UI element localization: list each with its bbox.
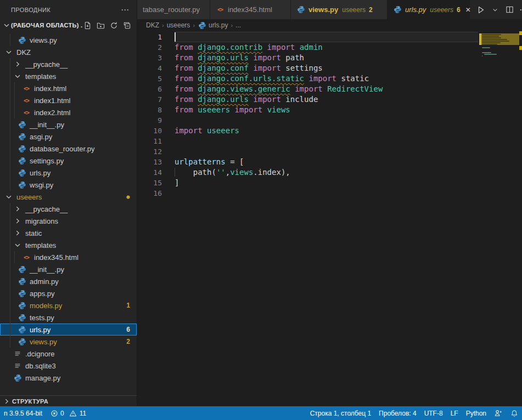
- code-line[interactable]: 15]: [137, 178, 522, 188]
- breadcrumb-item[interactable]: urls.py: [198, 21, 228, 30]
- outline-section-header[interactable]: СТРУКТУРА: [0, 395, 137, 406]
- code-line[interactable]: 16: [137, 188, 522, 198]
- tree-item-views-py[interactable]: views.py: [0, 34, 137, 46]
- code-editor[interactable]: 12from django.contrib import admin3from …: [137, 31, 522, 406]
- split-editor-button-icon[interactable]: [505, 5, 514, 14]
- line-number: 16: [137, 188, 162, 198]
- code-line[interactable]: 11: [137, 136, 522, 146]
- minimap-line: [482, 36, 499, 37]
- tree-item-views-py[interactable]: views.py2: [0, 336, 137, 348]
- tree-item-asgi-py[interactable]: asgi.py: [0, 130, 137, 143]
- line-number: 12: [137, 146, 162, 157]
- tree-item-templates[interactable]: templates: [0, 239, 137, 251]
- tree-item-label: __init__.py: [30, 265, 64, 274]
- status-encoding[interactable]: UTF-8: [420, 406, 447, 420]
- tree-item-label: static: [25, 229, 42, 237]
- python-file-icon: [198, 21, 206, 30]
- code-line[interactable]: 9: [137, 115, 522, 126]
- ruler-warning-tick: [519, 31, 522, 35]
- code-line[interactable]: 1: [137, 32, 522, 42]
- tree-item-templates[interactable]: templates: [0, 70, 137, 82]
- new-file-icon[interactable]: [83, 21, 92, 30]
- breadcrumb-item[interactable]: ...: [235, 21, 241, 29]
- editor-group: tabase_roouter.py<>index345.htmlviews.py…: [137, 0, 522, 406]
- status-problems[interactable]: 011: [46, 406, 90, 420]
- new-folder-icon[interactable]: [96, 21, 105, 30]
- code-line[interactable]: 3from django.urls import path: [137, 53, 522, 63]
- tree-item-wsgi-py[interactable]: wsgi.py: [0, 179, 137, 191]
- status-feedback[interactable]: [490, 406, 506, 420]
- tree-item-migrations[interactable]: migrations: [0, 215, 137, 227]
- tree-item--pycache-[interactable]: __pycache__: [0, 58, 137, 70]
- status-cursor-position-label: Строка 1, столбец 1: [310, 410, 371, 417]
- status-python-interpreter[interactable]: n 3.9.5 64-bit: [0, 406, 46, 420]
- code-line[interactable]: 5from django.conf.urls.static import sta…: [137, 73, 522, 84]
- tree-item-DKZ[interactable]: DKZ: [0, 46, 137, 58]
- tree-item-useeers[interactable]: useeers: [0, 191, 137, 203]
- refresh-icon[interactable]: [109, 21, 118, 30]
- tree-item-label: index2.html: [34, 109, 70, 117]
- python-file-icon: [18, 180, 26, 189]
- collapse-all-icon[interactable]: [122, 21, 131, 30]
- indent-guide: [10, 34, 10, 46]
- explorer-more-icon[interactable]: ⋯: [121, 5, 129, 14]
- tree-item--pycache-[interactable]: __pycache__: [0, 203, 137, 215]
- breadcrumb-item[interactable]: useeers: [167, 21, 190, 29]
- indent-guide: [10, 299, 10, 311]
- breadcrumb-label: useeers: [167, 21, 190, 29]
- tree-item-label: migrations: [25, 217, 58, 225]
- tree-item-apps-py[interactable]: apps.py: [0, 287, 137, 299]
- status-indentation[interactable]: Пробелов: 4: [375, 406, 420, 420]
- minimap-line: [482, 47, 490, 48]
- tab-index345-html[interactable]: <>index345.html: [210, 0, 291, 19]
- code-line[interactable]: 7from django.urls import include: [137, 94, 522, 105]
- tree-item-db-sqlite3[interactable]: db.sqlite3: [0, 360, 137, 372]
- tree-item-urls-py[interactable]: urls.py6: [0, 323, 137, 336]
- python-file-icon: [18, 277, 26, 286]
- run-button-icon[interactable]: [476, 5, 485, 14]
- tree-item-static[interactable]: static: [0, 227, 137, 239]
- tab-views-py[interactable]: views.pyuseeers2: [291, 0, 388, 19]
- tree-item-models-py[interactable]: models.py1: [0, 299, 137, 311]
- tree-item--init-py[interactable]: __init__.py: [0, 118, 137, 130]
- tree-item-index345-html[interactable]: <>index345.html: [0, 251, 137, 263]
- tree-item-index1-html[interactable]: <>index1.html: [0, 94, 137, 106]
- tree-item-database-roouter-py[interactable]: database_roouter.py: [0, 143, 137, 155]
- code-line[interactable]: 8from useeers import views: [137, 105, 522, 115]
- code-line[interactable]: 10import useeers: [137, 126, 522, 136]
- minimap[interactable]: [479, 31, 519, 406]
- tree-item--init-py[interactable]: __init__.py: [0, 263, 137, 275]
- code-line[interactable]: 2from django.contrib import admin: [137, 42, 522, 53]
- tree-item-label: wsgi.py: [30, 181, 53, 189]
- tree-item-urls-py[interactable]: urls.py: [0, 167, 137, 179]
- tree-item-manage-py[interactable]: manage.py: [0, 372, 137, 384]
- tree-item-label: db.sqlite3: [25, 362, 56, 370]
- tab-tabase-roouter-py[interactable]: tabase_roouter.py: [137, 0, 210, 19]
- workspace-section-header[interactable]: (РАБОЧАЯ ОБЛАСТЬ) ...: [0, 19, 137, 31]
- tab-urls-py[interactable]: urls.pyuseeers6✕: [388, 0, 470, 19]
- status-bar-left: n 3.9.5 64-bit011: [0, 406, 90, 420]
- run-dropdown-icon[interactable]: [491, 5, 499, 14]
- status-cursor-position[interactable]: Строка 1, столбец 1: [306, 406, 375, 420]
- more-actions-button[interactable]: ⋯: [519, 5, 522, 14]
- status-eol-sequence[interactable]: LF: [447, 406, 462, 420]
- tree-item-admin-py[interactable]: admin.py: [0, 275, 137, 287]
- tree-item-tests-py[interactable]: tests.py: [0, 311, 137, 323]
- status-language-mode[interactable]: Python: [462, 406, 490, 420]
- breadcrumb-item[interactable]: DKZ: [146, 21, 159, 29]
- file-tree: views.pyDKZ__pycache__templates<>index.h…: [0, 31, 137, 395]
- tree-item-settings-py[interactable]: settings.py: [0, 155, 137, 167]
- code-line[interactable]: 6from django.views.generic import Redire…: [137, 84, 522, 94]
- code-line[interactable]: 14 path('',views.index),: [137, 167, 522, 178]
- tree-item-label: useeers: [16, 193, 42, 201]
- code-line[interactable]: 13urlpatterns = [: [137, 157, 522, 167]
- status-notifications[interactable]: [506, 406, 522, 420]
- code-text: from django.conf.urls.static import stat…: [162, 73, 369, 84]
- code-line[interactable]: 12: [137, 146, 522, 157]
- tree-item-index2-html[interactable]: <>index2.html: [0, 106, 137, 118]
- tree-item--dcignore[interactable]: .dcignore: [0, 348, 137, 360]
- tree-item-index-html[interactable]: <>index.html: [0, 82, 137, 94]
- code-line[interactable]: 4from django.conf import settings: [137, 63, 522, 73]
- explorer-header: ПРОВОДНИК ⋯: [0, 0, 137, 19]
- tree-item-label: models.py: [30, 302, 62, 310]
